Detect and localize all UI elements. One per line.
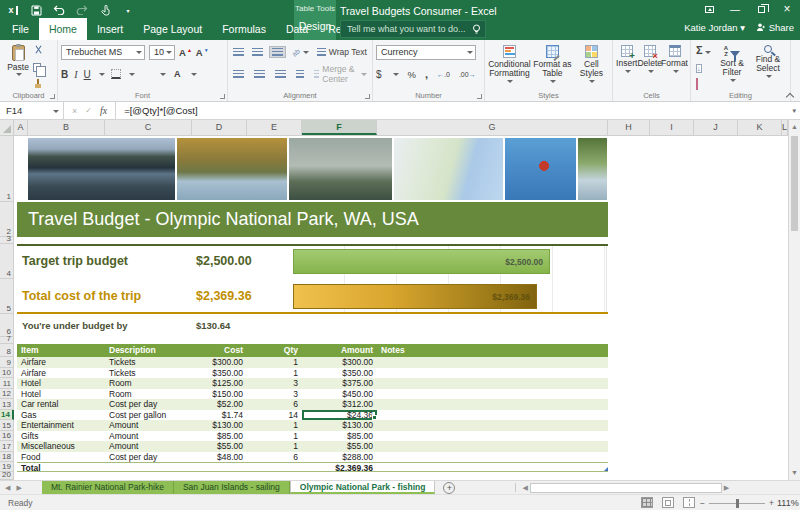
comma-style-icon[interactable]: , — [425, 68, 428, 80]
table-cell[interactable]: Gifts — [17, 431, 105, 442]
table-cell[interactable]: $150.00 — [192, 389, 247, 400]
row-header-4[interactable]: 4 — [0, 244, 14, 279]
sort-filter-button[interactable]: AZ Sort & Filter — [714, 43, 750, 88]
accounting-format-icon[interactable]: $ — [376, 69, 382, 80]
font-color-dropdown-icon[interactable] — [191, 73, 197, 76]
tell-me-box[interactable]: Tell me what you want to do... — [340, 20, 486, 38]
conditional-formatting-button[interactable]: Conditional Formatting — [488, 43, 531, 88]
alignment-dialog-launcher-icon[interactable] — [365, 94, 370, 99]
table-header-notes[interactable]: Notes — [377, 344, 608, 357]
column-header-H[interactable]: H — [608, 120, 650, 135]
font-color-icon[interactable]: A — [172, 70, 183, 78]
zoom-out-icon[interactable]: − — [700, 498, 705, 508]
row-header-18[interactable]: 18 — [0, 452, 14, 463]
table-row[interactable]: AirfareTickets$350.001$350.00 — [17, 368, 608, 379]
copy-icon[interactable] — [33, 63, 41, 72]
borders-dropdown-icon[interactable] — [129, 73, 135, 76]
table-cell[interactable]: Amount — [105, 431, 192, 442]
sheet-tab-mt-rainier-national-park-hike[interactable]: Mt. Rainier National Park-hike — [42, 481, 174, 494]
hscroll-right-icon[interactable]: ▶ — [724, 484, 729, 492]
column-header-A[interactable]: A — [14, 120, 28, 135]
table-cell[interactable]: Tickets — [105, 357, 192, 368]
touch-mode-icon[interactable] — [98, 4, 112, 16]
row-header-9[interactable]: 9 — [0, 357, 14, 368]
grow-font-icon[interactable]: A▲ — [179, 47, 192, 58]
table-cell[interactable]: Room — [105, 389, 192, 400]
table-cell[interactable]: 6 — [247, 452, 302, 463]
tab-page-layout[interactable]: Page Layout — [133, 18, 212, 40]
share-button[interactable]: Share — [756, 22, 794, 33]
insert-function-icon[interactable]: fx — [100, 105, 107, 116]
table-row[interactable]: AirfareTickets$300.001$300.00 — [17, 357, 608, 368]
scroll-down-icon[interactable]: ▼ — [789, 466, 800, 480]
table-row[interactable]: HotelRoom$125.003$375.00 — [17, 378, 608, 389]
column-header-C[interactable]: C — [105, 120, 192, 135]
table-cell[interactable]: Food — [17, 452, 105, 463]
account-name[interactable]: Katie Jordan ▾ — [684, 22, 745, 33]
middle-align-icon[interactable] — [250, 47, 265, 57]
column-header-F[interactable]: F — [302, 120, 377, 135]
collapse-ribbon-icon[interactable] — [787, 91, 794, 98]
fill-color-dropdown-icon[interactable] — [160, 73, 166, 76]
table-row[interactable]: EntertainmentAmount$130.001$130.00 — [17, 420, 608, 431]
table-cell[interactable]: Amount — [105, 441, 192, 452]
table-cell-selected[interactable]: $24.36 — [302, 410, 377, 421]
table-header-item[interactable]: Item — [17, 344, 105, 357]
select-all-corner[interactable] — [0, 120, 14, 135]
customize-qat-icon[interactable]: ▾ — [121, 4, 135, 16]
table-header-amount[interactable]: Amount — [302, 344, 377, 357]
table-cell[interactable]: $130.00 — [302, 420, 377, 431]
tab-insert[interactable]: Insert — [87, 18, 133, 40]
format-painter-icon[interactable] — [33, 79, 42, 89]
table-cell[interactable]: 3 — [247, 378, 302, 389]
table-cell[interactable]: 1 — [247, 368, 302, 379]
table-cell[interactable]: 1 — [247, 420, 302, 431]
minimize-icon[interactable]: — — [722, 0, 748, 18]
decrease-indent-icon[interactable] — [294, 69, 306, 79]
tab-file[interactable]: File — [2, 18, 39, 40]
table-cell[interactable] — [377, 431, 608, 442]
sheet-tab-olympic-national-park-fishing[interactable]: Olympic National Park - fishing — [290, 481, 436, 494]
table-cell[interactable]: $288.00 — [302, 452, 377, 463]
table-cell[interactable]: Cost per day — [105, 452, 192, 463]
zoom-slider[interactable] — [709, 503, 765, 504]
row-header-17[interactable]: 17 — [0, 441, 14, 452]
tab-formulas[interactable]: Formulas — [212, 18, 276, 40]
borders-icon[interactable] — [111, 69, 121, 79]
undo-icon[interactable] — [52, 4, 66, 16]
row-header-14[interactable]: 14 — [0, 410, 14, 421]
row-header-10[interactable]: 10 — [0, 368, 14, 379]
number-format-combo[interactable]: Currency — [376, 45, 476, 60]
bold-button[interactable]: B — [61, 69, 68, 80]
autosum-icon[interactable]: Σ — [696, 45, 711, 56]
table-row[interactable]: GasCost per gallon$1.7414$24.36 — [17, 410, 608, 421]
fill-icon[interactable]: ↓ — [696, 63, 702, 73]
table-cell[interactable]: Cost per day — [105, 399, 192, 410]
center-icon[interactable] — [252, 69, 267, 79]
column-header-J[interactable]: J — [694, 120, 738, 135]
paste-dropdown-icon[interactable] — [16, 73, 22, 76]
ribbon-display-options-icon[interactable] — [696, 0, 722, 18]
tab-home[interactable]: Home — [39, 18, 87, 40]
table-row[interactable]: FoodCost per day$48.006$288.00 — [17, 452, 608, 463]
table-cell[interactable]: $125.00 — [192, 378, 247, 389]
bottom-align-icon[interactable] — [269, 46, 286, 58]
table-cell[interactable] — [377, 452, 608, 463]
italic-button[interactable]: I — [74, 69, 77, 80]
table-cell[interactable]: $55.00 — [302, 441, 377, 452]
table-cell[interactable]: 6 — [247, 399, 302, 410]
insert-cells-button[interactable]: + Insert — [616, 43, 637, 88]
vertical-scrollbar[interactable]: ▲ ▼ — [788, 120, 800, 480]
cell-styles-button[interactable]: Cell Styles — [574, 43, 609, 88]
table-cell[interactable]: Cost per gallon — [105, 410, 192, 421]
underline-dropdown-icon[interactable] — [99, 73, 105, 76]
normal-view-icon[interactable] — [641, 497, 653, 508]
table-cell[interactable] — [377, 378, 608, 389]
align-right-icon[interactable] — [273, 69, 288, 79]
table-cell[interactable]: Gas — [17, 410, 105, 421]
table-cell[interactable]: 1 — [247, 431, 302, 442]
row-header-11[interactable]: 11 — [0, 378, 14, 389]
find-select-button[interactable]: Find & Select — [750, 43, 786, 88]
accounting-dropdown-icon[interactable] — [393, 73, 399, 76]
table-header-cost[interactable]: Cost — [192, 344, 247, 357]
